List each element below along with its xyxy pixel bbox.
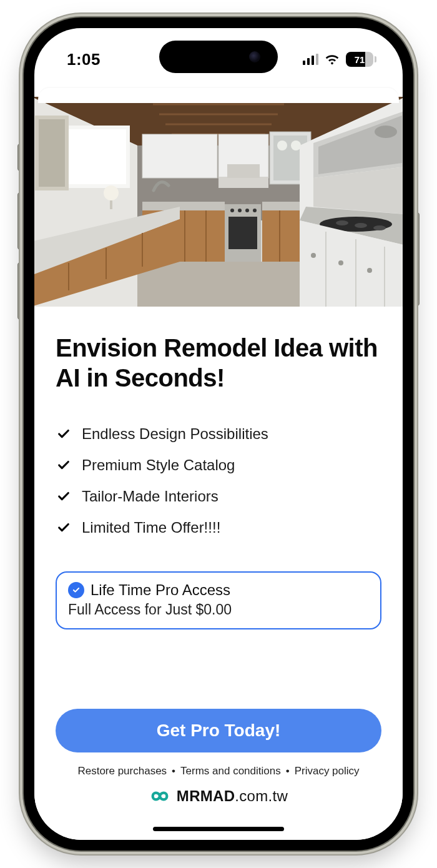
feature-item: Limited Time Offer!!!! bbox=[57, 519, 381, 536]
svg-point-49 bbox=[336, 220, 348, 225]
check-icon bbox=[57, 490, 71, 503]
plan-name: Life Time Pro Access bbox=[91, 581, 230, 599]
wifi-icon bbox=[325, 54, 340, 65]
svg-point-11 bbox=[277, 141, 287, 150]
svg-rect-24 bbox=[262, 210, 300, 262]
check-icon bbox=[57, 458, 71, 472]
cta-get-pro-button[interactable]: Get Pro Today! bbox=[56, 709, 381, 752]
sheet-top-edge bbox=[38, 88, 399, 103]
separator-dot: • bbox=[286, 765, 290, 777]
svg-point-18 bbox=[238, 209, 242, 212]
home-indicator[interactable] bbox=[153, 827, 284, 831]
cellular-signal-icon bbox=[303, 54, 319, 65]
svg-point-19 bbox=[245, 209, 249, 212]
dynamic-island bbox=[159, 41, 278, 73]
svg-point-50 bbox=[355, 223, 367, 228]
cta-label: Get Pro Today! bbox=[157, 721, 281, 741]
feature-item: Tailor-Made Interiors bbox=[57, 488, 381, 505]
svg-rect-21 bbox=[142, 202, 225, 210]
feature-label: Tailor-Made Interiors bbox=[82, 488, 219, 505]
plan-description: Full Access for Just $0.00 bbox=[68, 601, 369, 618]
hero-image bbox=[34, 97, 403, 307]
svg-point-58 bbox=[367, 268, 372, 273]
headline: Envision Remodel Idea with AI in Seconds… bbox=[56, 333, 381, 393]
svg-rect-14 bbox=[227, 164, 260, 178]
svg-rect-32 bbox=[69, 129, 126, 184]
legal-links: Restore purchases • Terms and conditions… bbox=[34, 765, 403, 777]
feature-label: Endless Design Possibilities bbox=[82, 425, 268, 443]
phone-volume-up bbox=[17, 192, 22, 250]
status-time: 1:05 bbox=[67, 50, 101, 69]
phone-power-button bbox=[415, 212, 420, 306]
feature-label: Limited Time Offer!!!! bbox=[82, 519, 220, 536]
infinity-logo-icon bbox=[149, 789, 170, 804]
svg-point-45 bbox=[375, 126, 397, 138]
battery-level: 71 bbox=[355, 54, 365, 65]
paywall-content: Envision Remodel Idea with AI in Seconds… bbox=[34, 307, 403, 840]
svg-rect-41 bbox=[110, 200, 112, 209]
svg-point-57 bbox=[338, 260, 343, 265]
svg-point-12 bbox=[291, 141, 301, 150]
phone-frame: 1:05 71 bbox=[24, 17, 413, 851]
feature-item: Endless Design Possibilities bbox=[57, 425, 381, 443]
svg-rect-16 bbox=[228, 217, 257, 249]
battery-indicator: 71 bbox=[346, 52, 376, 67]
svg-point-20 bbox=[253, 209, 257, 212]
svg-point-17 bbox=[230, 209, 234, 212]
check-icon bbox=[57, 427, 71, 441]
svg-rect-22 bbox=[262, 202, 300, 210]
feature-item: Premium Style Catalog bbox=[57, 456, 381, 474]
svg-rect-7 bbox=[142, 134, 217, 178]
plan-option-lifetime[interactable]: Life Time Pro Access Full Access for Jus… bbox=[56, 571, 381, 629]
radio-selected-icon bbox=[68, 582, 84, 598]
watermark-text: MRMAD.com.tw bbox=[177, 787, 288, 805]
watermark: MRMAD.com.tw bbox=[34, 787, 403, 805]
phone-silent-switch bbox=[17, 144, 22, 171]
privacy-link[interactable]: Privacy policy bbox=[295, 765, 360, 777]
svg-point-51 bbox=[373, 225, 386, 230]
svg-rect-13 bbox=[219, 177, 268, 188]
terms-link[interactable]: Terms and conditions bbox=[180, 765, 281, 777]
svg-rect-34 bbox=[39, 119, 65, 187]
restore-purchases-link[interactable]: Restore purchases bbox=[77, 765, 167, 777]
separator-dot: • bbox=[172, 765, 175, 777]
screen: 1:05 71 bbox=[34, 28, 403, 840]
svg-point-40 bbox=[104, 185, 119, 200]
svg-point-56 bbox=[311, 253, 316, 258]
check-icon bbox=[57, 521, 71, 535]
feature-list: Endless Design Possibilities Premium Sty… bbox=[56, 425, 381, 536]
feature-label: Premium Style Catalog bbox=[82, 456, 235, 474]
phone-volume-down bbox=[17, 262, 22, 320]
